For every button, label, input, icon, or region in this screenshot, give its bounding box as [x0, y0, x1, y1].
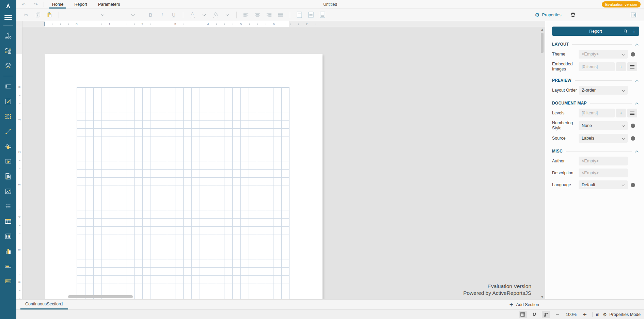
add-item-button[interactable]: +	[616, 62, 626, 71]
collapse-section-icon[interactable]	[635, 44, 639, 47]
align-justify-icon[interactable]	[276, 10, 286, 20]
text-color-button[interactable]: A	[187, 11, 198, 19]
valign-top-icon[interactable]	[294, 10, 304, 20]
underline-button[interactable]: U	[169, 10, 179, 20]
toolbar-row: ✂ B I U A	[16, 9, 644, 21]
redo-icon[interactable]: ↷	[31, 0, 41, 9]
collection-menu-button[interactable]	[627, 62, 637, 71]
zoom-level[interactable]: 100%	[565, 312, 577, 317]
horizontal-scrollbar-thumb[interactable]	[68, 295, 133, 298]
collapse-section-icon[interactable]	[635, 150, 639, 154]
toolbar-separator	[183, 12, 183, 18]
valign-bottom-icon[interactable]	[317, 10, 328, 20]
container-tool-icon[interactable]	[4, 113, 12, 120]
zoom-out-button[interactable]: −	[553, 311, 562, 318]
measurement-unit[interactable]: in	[596, 312, 599, 317]
chart-tool-icon[interactable]	[4, 248, 12, 255]
report-page[interactable]	[45, 54, 323, 299]
copy-icon[interactable]	[33, 10, 43, 20]
source-select[interactable]: Labels	[579, 134, 628, 143]
layers-icon[interactable]	[4, 62, 12, 69]
collection-menu-button[interactable]	[627, 109, 637, 117]
line-tool-icon[interactable]	[4, 128, 12, 135]
add-item-button[interactable]: +	[616, 109, 626, 117]
menu-tab-home[interactable]: Home	[47, 0, 69, 9]
toolbar-separator	[290, 12, 290, 18]
menu-tab-parameters[interactable]: Parameters	[93, 0, 126, 9]
collapse-panel-icon[interactable]	[630, 12, 637, 18]
bold-button[interactable]: B	[145, 10, 156, 20]
divider	[44, 2, 44, 7]
property-scope-selector[interactable]: Report ⋮	[552, 27, 639, 36]
align-right-icon[interactable]	[264, 10, 274, 20]
toggle-grid-icon[interactable]	[519, 311, 527, 318]
language-select[interactable]: Default	[579, 180, 628, 189]
richtext-tool-icon[interactable]	[4, 173, 12, 180]
divider	[503, 302, 503, 307]
property-row-numbering-style: Numbering Style None	[552, 121, 639, 131]
fill-color-dropdown-icon[interactable]	[222, 10, 232, 20]
kebab-menu-icon[interactable]: ⋮	[632, 29, 636, 33]
overflow-area-tool-icon[interactable]	[4, 158, 12, 165]
toggle-rulers-icon[interactable]	[542, 311, 550, 318]
section-tab-continuoussection1[interactable]: ContinuousSection1	[20, 300, 68, 309]
vertical-scrollbar-thumb[interactable]	[541, 33, 544, 53]
author-input[interactable]: <Empty>	[579, 157, 628, 165]
section-header-layout: LAYOUT	[552, 42, 639, 47]
table-tool-icon[interactable]	[4, 218, 12, 225]
bullet-tool-icon[interactable]	[4, 262, 12, 270]
checkbox-tool-icon[interactable]	[4, 98, 12, 105]
fill-color-button[interactable]	[210, 11, 221, 19]
properties-mode-button[interactable]: ⚙ Properties Mode	[603, 312, 641, 317]
design-grid[interactable]	[77, 87, 289, 299]
theme-select[interactable]: <Empty>	[579, 50, 628, 59]
menu-tab-report[interactable]: Report	[69, 0, 93, 9]
scroll-up-icon[interactable]: ▲	[540, 28, 545, 31]
chevron-down-icon	[622, 124, 625, 127]
property-options-dot[interactable]	[631, 52, 635, 57]
property-options-dot[interactable]	[631, 136, 635, 141]
zoom-in-button[interactable]: +	[581, 311, 589, 318]
paste-icon[interactable]	[44, 10, 54, 20]
levels-field[interactable]: [0 items]	[579, 109, 615, 117]
description-input[interactable]: <Empty>	[579, 169, 628, 177]
shape-tool-icon[interactable]	[4, 143, 12, 150]
undo-icon[interactable]: ↶	[18, 0, 29, 9]
align-center-icon[interactable]	[252, 10, 263, 20]
align-left-icon[interactable]	[241, 10, 251, 20]
scroll-down-icon[interactable]: ▼	[540, 296, 545, 299]
sidebar-divider	[3, 25, 13, 26]
image-tool-icon[interactable]	[4, 188, 12, 195]
design-canvas[interactable]: Evaluation Version Powered by ActiveRepo…	[22, 27, 545, 299]
embedded-images-field[interactable]: [0 items]	[579, 62, 615, 71]
tab-properties[interactable]: ⚙ Properties	[535, 12, 561, 18]
main-area: 01234567 0123456 Evaluation Version Powe…	[16, 21, 644, 299]
search-icon[interactable]	[623, 29, 628, 34]
textbox-tool-icon[interactable]	[4, 83, 12, 90]
report-explorer-icon[interactable]	[4, 32, 12, 39]
font-family-select[interactable]	[63, 11, 107, 19]
group-editor-icon[interactable]	[4, 47, 12, 54]
vertical-scrollbar[interactable]: ▲ ▼	[540, 27, 545, 299]
property-row-embedded-images: Embedded Images [0 items] +	[552, 62, 639, 72]
barcode-tool-icon[interactable]	[4, 277, 12, 285]
main-menu-button[interactable]	[4, 15, 12, 20]
collapse-section-icon[interactable]	[635, 102, 639, 106]
valign-middle-icon[interactable]	[306, 10, 316, 20]
add-section-button[interactable]: + Add Section	[506, 300, 543, 309]
data-panel-icon[interactable]	[570, 12, 576, 18]
list-tool-icon[interactable]	[4, 203, 12, 210]
italic-button[interactable]: I	[157, 10, 167, 20]
font-size-select[interactable]	[115, 11, 137, 19]
property-row-theme: Theme <Empty>	[552, 50, 639, 59]
snap-to-grid-magnet-icon[interactable]	[530, 311, 538, 318]
tablix-tool-icon[interactable]	[4, 233, 12, 240]
text-color-dropdown-icon[interactable]	[199, 10, 209, 20]
layout-order-select[interactable]: Z-order	[579, 86, 628, 95]
numbering-style-select[interactable]: None	[579, 121, 628, 130]
cut-icon[interactable]: ✂	[21, 10, 31, 20]
collapse-section-icon[interactable]	[635, 80, 639, 83]
format-toolbar: ✂ B I U A	[16, 9, 535, 21]
property-options-dot[interactable]	[631, 183, 635, 187]
property-options-dot[interactable]	[631, 124, 635, 128]
